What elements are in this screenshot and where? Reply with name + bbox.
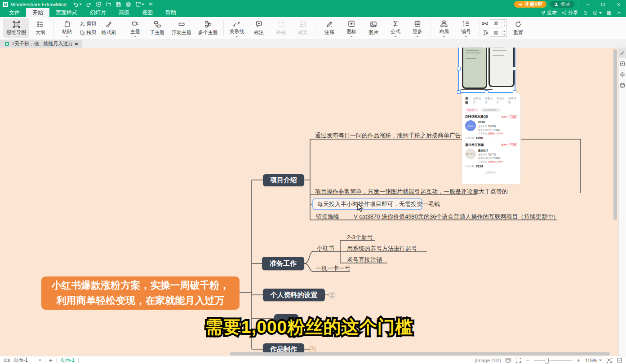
relationship-icon [233,20,240,27]
apps-grid-button[interactable] [607,10,612,15]
ribbon-topic-button[interactable]: 主题 [124,18,146,38]
summary-icon [299,20,306,28]
menu-page-style[interactable]: 页面样式 [49,8,84,18]
ribbon-subtopic-button[interactable]: 子主题 [147,18,168,38]
zoom-out-button[interactable]: − [526,357,529,364]
vertical-scrollbar[interactable] [613,49,617,220]
subtopic-half-hour-selected[interactable]: 每天投入半小时操作项目即可，无需投资一毛钱 [312,198,422,210]
ribbon-outline-button[interactable]: 大纲 [30,18,51,38]
comment-pencil-icon [326,20,333,28]
page-mode-icon[interactable] [4,358,10,363]
central-topic[interactable]: 小红书爆款涨粉方案，实操一周破千粉，利用商单轻松变现，在家就能月入过万 [41,276,240,310]
subtopic-easy-operation[interactable]: 项目操作非常简单，只发一张图片就能引起互动，一般是评论量大于点赞的 [315,188,508,196]
ribbon-paste-button[interactable]: 粘贴 [56,18,78,38]
subtopic-one-device[interactable]: 一机一卡一号 [315,264,351,272]
menu-view[interactable]: 视图 [136,8,159,18]
fullscreen-icon[interactable] [515,357,521,363]
page-tab-active[interactable]: 页面-1 [60,357,75,364]
subtopic-contact[interactable]: 链接逸峰V cat3870 送你价值4980元的36个适合普通人操作的互联网项目… [316,213,559,221]
crown-icon [518,2,523,7]
upgrade-vip-button[interactable]: 开通VIP [514,1,546,8]
open-file-icon[interactable] [106,1,111,7]
style-brush-icon [620,50,625,56]
share-button[interactable]: 分享 [562,9,578,16]
zoom-level-selector[interactable]: 115% [585,358,602,363]
numbering-icon [462,20,470,27]
ribbon-format-painter-button[interactable]: 格式刷 [98,18,120,38]
attached-chat-image-selected[interactable] [458,48,515,93]
focus-mode-icon[interactable] [606,357,612,363]
help-button[interactable] [593,10,602,15]
style-panel-button[interactable] [619,48,626,58]
ribbon-numbering-button[interactable]: 编号 [455,18,477,38]
close-button[interactable] [613,1,624,8]
app-logo: M [3,2,8,7]
selection-handle[interactable] [513,67,516,70]
zoom-slider[interactable] [534,360,573,361]
maximize-button[interactable] [597,1,609,8]
horizontal-spacing-stepper[interactable]: 30 [490,19,507,27]
new-document-icon[interactable] [96,1,102,7]
ribbon-copy-button[interactable]: 拷贝 [78,29,98,36]
topic-preparation[interactable]: 准备工作 [262,257,304,270]
publish-button[interactable]: 发布 [541,9,557,16]
ribbon-relationship-button[interactable]: 关系线 [226,18,248,38]
page-selector[interactable]: 页面-1 [13,357,41,364]
ribbon-layout-button[interactable]: 布局 [433,18,455,38]
vertical-spacing-stepper[interactable]: 30 [490,29,507,37]
login-button[interactable]: 登录 [550,1,574,8]
topic-project-intro[interactable]: 项目介绍 [263,174,304,186]
menu-help[interactable]: 帮助 [159,8,182,18]
menu-advanced[interactable]: 高级 [112,8,136,18]
ribbon-reset-button[interactable]: 重置 [507,18,529,38]
app-tab-all: 全部 [465,96,471,105]
icon-panel-button[interactable] [619,58,626,69]
ribbon-multi-topic-button[interactable]: 多个主题 [195,18,221,38]
undo-icon[interactable] [73,1,82,7]
collapse-statusbar-icon[interactable] [617,357,622,363]
add-page-button[interactable]: + [49,357,53,364]
toolbar-more-icon[interactable] [148,2,153,7]
subtopic-daily-posts[interactable]: 通过发布每日一问的作品涨粉，涨到千粉之后接商单广告变现 [315,132,473,140]
redo-icon[interactable] [86,1,92,7]
attached-order-app-image[interactable]: 全部 定制合作 招募合作 共创合作 新手专区 报价单 ∨ 订单创建时间 ∨ ZG… [462,93,520,184]
zoom-slider-thumb[interactable] [545,358,549,364]
ribbon-comment-button[interactable]: 注释 [319,18,340,38]
menu-home[interactable]: 开始 [26,8,49,18]
ribbon-callout-button[interactable]: 标注 [248,18,270,38]
selection-handle[interactable] [457,90,461,94]
menu-slides[interactable]: 幻灯片 [84,8,112,18]
minimize-button[interactable] [582,1,594,8]
export-icon[interactable] [135,1,144,7]
ribbon-more-button[interactable]: 更多 [407,18,428,38]
ribbon-cut-button[interactable]: 剪切 [78,20,98,27]
fit-page-icon[interactable] [505,357,511,363]
ribbon-formula-button[interactable]: 公式 [385,18,406,38]
print-icon[interactable] [125,1,131,7]
document-tab[interactable]: 7天千粉，做...就能月入过万 [0,40,82,48]
ribbon-mindmap-button[interactable]: 思维导图 [3,18,29,38]
topic-hidden[interactable] [274,314,298,325]
collapse-ribbon-button[interactable] [617,10,622,15]
task-panel-button[interactable] [619,80,626,91]
right-side-panel [618,48,626,356]
subtopic-new-accounts[interactable]: 2-3个新号 [347,233,373,241]
horizontal-scrollbar[interactable] [230,352,610,355]
mindmap-canvas[interactable]: 小红书爆款涨粉方案，实操一周破千粉，利用商单轻松变现，在家就能月入过万 项目介绍… [0,48,618,356]
selection-handle[interactable] [457,67,461,70]
ribbon-picture-button[interactable]: 图片 [363,18,384,38]
menu-file[interactable]: 文件 [3,8,26,18]
topic-profile-setup[interactable]: 个人资料的设置 [263,289,325,301]
app-tab: 招募合作 [485,96,494,105]
notifications-button[interactable] [583,10,588,15]
subtopic-account-nurturing[interactable]: 用系统的养号方法进行起号 [347,245,417,253]
clipart-panel-button[interactable] [619,69,626,80]
zoom-in-button[interactable]: + [577,357,581,364]
subtopic-xiaohongshu[interactable]: 小红书 [317,244,334,252]
ribbon-floating-topic-button[interactable]: 浮动主题 [169,18,195,38]
ribbon-icon-button[interactable]: 图标 [341,18,362,38]
subtopic-old-account[interactable]: 老号直接注销 [347,256,382,264]
paper-plane-icon [541,10,546,15]
save-icon[interactable] [115,1,121,7]
app-filter-quote: 报价单 ∨ [465,108,479,112]
